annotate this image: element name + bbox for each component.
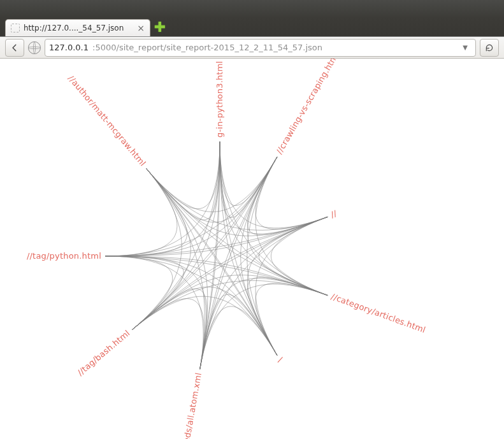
edge <box>200 217 328 369</box>
back-button[interactable] <box>5 39 24 57</box>
node-label[interactable]: // <box>329 208 338 219</box>
edge <box>200 141 220 369</box>
edge <box>132 141 220 330</box>
label-group: //tag/python.html//tag/bash.html//feeds/… <box>27 59 427 439</box>
edge <box>105 168 177 256</box>
edge <box>132 299 204 370</box>
edge <box>200 217 328 369</box>
node-label[interactable]: //tag/python.html <box>27 251 101 261</box>
edge <box>105 256 328 296</box>
node-label[interactable]: //crawling-vs-scraping.html <box>275 59 341 155</box>
edge <box>200 141 220 369</box>
edge <box>256 157 328 229</box>
url-path: :5000/site_report/site_report-2015_12_2_… <box>92 43 322 52</box>
tab-close-button[interactable]: × <box>137 24 145 32</box>
globe-icon <box>28 41 41 54</box>
node-label[interactable]: g-in-python3.html <box>215 61 224 138</box>
arrow-left-icon <box>10 43 19 52</box>
new-tab-button[interactable]: ✚ <box>153 21 167 35</box>
tab-title: http://127.0...._54_57.json <box>24 24 133 32</box>
reload-button[interactable] <box>480 39 499 57</box>
url-bar[interactable]: 127.0.0.1:5000/site_report/site_report-2… <box>45 39 476 57</box>
tab-strip: http://127.0...._54_57.json × ✚ <box>0 18 504 37</box>
node-label[interactable]: //author/matt-mcgraw.html <box>66 73 148 168</box>
url-history-dropdown[interactable]: ▼ <box>460 44 470 51</box>
edge <box>256 283 328 356</box>
edge <box>146 168 328 295</box>
node-label[interactable]: //category/articles.html <box>330 292 427 335</box>
edge <box>200 278 328 369</box>
page-content: //tag/python.html//tag/bash.html//feeds/… <box>0 59 504 439</box>
url-host: 127.0.0.1 <box>49 43 89 52</box>
edge <box>146 141 220 209</box>
edge <box>132 141 220 330</box>
edge-group <box>105 141 328 369</box>
browser-tab-active[interactable]: http://127.0...._54_57.json × <box>5 19 150 36</box>
edge <box>146 168 328 295</box>
node-label[interactable]: \ <box>275 356 285 364</box>
edge <box>220 141 277 217</box>
node-label[interactable]: //tag/bash.html <box>76 328 132 377</box>
navigation-toolbar: 127.0.0.1:5000/site_report/site_report-2… <box>0 37 504 59</box>
edge <box>105 256 173 330</box>
edge <box>105 256 328 296</box>
edge-bundle-diagram[interactable]: //tag/python.html//tag/bash.html//feeds/… <box>0 59 504 439</box>
reload-icon <box>485 43 494 52</box>
window-titlebar <box>0 0 504 18</box>
edge <box>105 168 187 256</box>
node-label[interactable]: //feeds/all.atom.xml <box>179 372 203 439</box>
edge <box>220 141 328 228</box>
favicon-placeholder-icon <box>11 24 20 32</box>
